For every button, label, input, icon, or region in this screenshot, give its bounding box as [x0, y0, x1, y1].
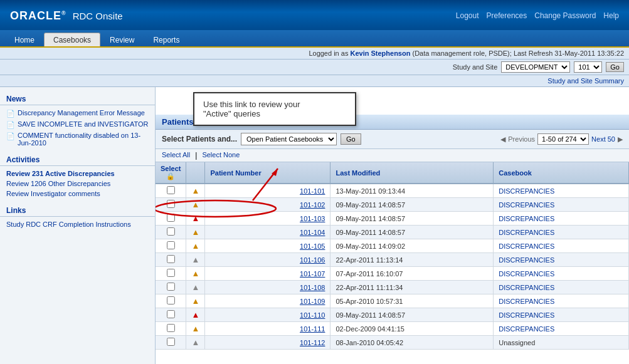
casebook: DISCREPANCIES [494, 308, 629, 322]
last-modified: 05-Apr-2010 10:57:31 [330, 294, 494, 308]
select-none-link[interactable]: Select None [202, 151, 240, 160]
tooltip-line1: Use this link to review your [203, 100, 300, 109]
patient-action-select[interactable]: Open Patient Casebooks [241, 133, 337, 145]
header-links: Logout Preferences Change Password Help [456, 11, 619, 20]
patient-number-link[interactable]: 101-105 [300, 242, 325, 250]
table-row: ▲101-10707-Apr-2011 16:10:07DISCREPANCIE… [156, 267, 629, 281]
patient-number-link[interactable]: 101-102 [300, 201, 325, 209]
study-site-label: Study and Site [453, 63, 498, 71]
activity-link-3[interactable]: Review Investigator comments [6, 190, 100, 197]
user-name-link[interactable]: Kevin Stephenson [350, 49, 410, 57]
activities-section-title: Activities [0, 153, 155, 166]
row-checkbox[interactable] [167, 186, 175, 194]
patient-number: 101-104 [205, 226, 330, 239]
select-all-link[interactable]: Select All [162, 151, 190, 160]
news-link-2[interactable]: SAVE INCOMPLETE and INVESTIGATOR [18, 120, 148, 128]
link-item-1[interactable]: Study RDC CRF Completion Instructions [0, 219, 155, 229]
row-checkbox[interactable] [167, 214, 175, 222]
study-site-summary: Study and Site Summary [0, 75, 629, 87]
casebook: Unassigned [494, 336, 629, 350]
next-link[interactable]: Next 50 [591, 135, 615, 143]
patient-number: 101-107 [205, 267, 330, 281]
row-checkbox[interactable] [167, 310, 175, 318]
status-icon: ▲ [191, 296, 199, 306]
news-section-title: News [0, 92, 155, 105]
row-checkbox[interactable] [167, 269, 175, 277]
table-row: ▲101-11102-Dec-2009 04:41:15DISCREPANCIE… [156, 322, 629, 336]
news-link-1[interactable]: Discrepancy Management Error Message [18, 109, 145, 117]
status-icon-cell: ▲ [186, 294, 205, 308]
row-checkbox[interactable] [167, 241, 175, 249]
row-checkbox[interactable] [167, 324, 175, 332]
status-icon-cell: ▲ [186, 184, 205, 198]
table-row: ▲101-10509-May-2011 14:09:02DISCREPANCIE… [156, 239, 629, 253]
site-select[interactable]: 101 [574, 61, 602, 73]
patient-number: 101-106 [205, 253, 330, 267]
news-item-3[interactable]: 📄 COMMENT functionality disabled on 13-J… [0, 130, 155, 148]
table-row: ▲101-11208-Jan-2010 04:05:42Unassigned [156, 336, 629, 350]
patient-number-link[interactable]: 101-106 [300, 256, 325, 264]
casebook: DISCREPANCIES [494, 294, 629, 308]
news-link-3[interactable]: COMMENT functionality disabled on 13-Jun… [18, 132, 149, 147]
tab-reports[interactable]: Reports [144, 33, 189, 46]
patient-number-link[interactable]: 101-104 [300, 229, 325, 236]
status-icon-cell: ▲ [186, 239, 205, 253]
rdc-onsite-text: RDC Onsite [73, 11, 123, 21]
sidebar: News 📄 Discrepancy Management Error Mess… [0, 87, 156, 364]
status-icon-cell: ▲ [186, 267, 205, 281]
change-password-link[interactable]: Change Password [534, 11, 596, 20]
patient-number: 101-110 [205, 308, 330, 322]
page-range-select[interactable]: 1-50 of 274 [537, 133, 589, 145]
status-icon-cell: ▲ [186, 226, 205, 239]
activity-link-2[interactable]: Review 1206 Other Discrepancies [6, 180, 110, 187]
last-modified: 09-May-2011 14:09:02 [330, 239, 494, 253]
activity-link-1[interactable]: Review 231 Active Discrepancies [6, 170, 115, 177]
patient-number-link[interactable]: 101-109 [300, 298, 325, 305]
patient-number-link[interactable]: 101-101 [300, 187, 325, 195]
help-link[interactable]: Help [603, 11, 619, 20]
study-site-go-button[interactable]: Go [606, 62, 624, 72]
status-icon: ▲ [191, 269, 199, 278]
row-checkbox[interactable] [167, 338, 175, 346]
row-checkbox[interactable] [167, 283, 175, 291]
patient-number-link[interactable]: 101-111 [300, 325, 325, 333]
table-header-row: Select 🔒 Patient Number Last Modified Ca… [156, 162, 629, 184]
activity-item-1[interactable]: Review 231 Active Discrepancies [0, 169, 155, 179]
last-modified: 09-May-2011 14:08:57 [330, 198, 494, 212]
tab-home[interactable]: Home [5, 33, 44, 46]
tooltip-line2: "Active" queries [203, 109, 260, 118]
doc-icon-3: 📄 [6, 132, 15, 140]
last-modified: 09-May-2011 14:08:57 [330, 308, 494, 322]
patient-number-link[interactable]: 101-110 [300, 311, 325, 319]
row-checkbox[interactable] [167, 255, 175, 263]
link-1[interactable]: Study RDC CRF Completion Instructions [6, 221, 131, 228]
activity-item-3[interactable]: Review Investigator comments [0, 189, 155, 199]
news-item-2[interactable]: 📄 SAVE INCOMPLETE and INVESTIGATOR [0, 119, 155, 130]
table-row: ▲101-10113-May-2011 09:13:44DISCREPANCIE… [156, 184, 629, 198]
status-icon: ▲ [191, 338, 199, 347]
logout-link[interactable]: Logout [456, 11, 479, 20]
tab-review[interactable]: Review [100, 33, 144, 46]
next-icon: ▶ [618, 135, 623, 143]
patient-number-link[interactable]: 101-103 [300, 215, 325, 222]
status-icon: ▲ [191, 227, 199, 237]
col-status [186, 162, 205, 184]
casebook: DISCREPANCIES [494, 198, 629, 212]
patients-go-button[interactable]: Go [341, 133, 361, 145]
row-checkbox[interactable] [167, 200, 175, 208]
status-icon-cell: ▲ [186, 336, 205, 350]
status-icon: ▲ [191, 214, 199, 223]
tab-casebooks[interactable]: Casebooks [44, 33, 100, 46]
study-site-summary-link[interactable]: Study and Site Summary [547, 77, 624, 85]
study-select[interactable]: DEVELOPMENT [501, 61, 570, 73]
patient-number-link[interactable]: 101-107 [300, 270, 325, 278]
patient-number-link[interactable]: 101-112 [300, 339, 325, 346]
prev-label: Previous [508, 135, 535, 143]
row-checkbox[interactable] [167, 296, 175, 304]
preferences-link[interactable]: Preferences [487, 11, 527, 20]
patient-number-link[interactable]: 101-108 [300, 284, 325, 291]
row-checkbox[interactable] [167, 227, 175, 236]
status-icon-cell: ▲ [186, 322, 205, 336]
activity-item-2[interactable]: Review 1206 Other Discrepancies [0, 179, 155, 189]
news-item-1[interactable]: 📄 Discrepancy Management Error Message [0, 108, 155, 119]
